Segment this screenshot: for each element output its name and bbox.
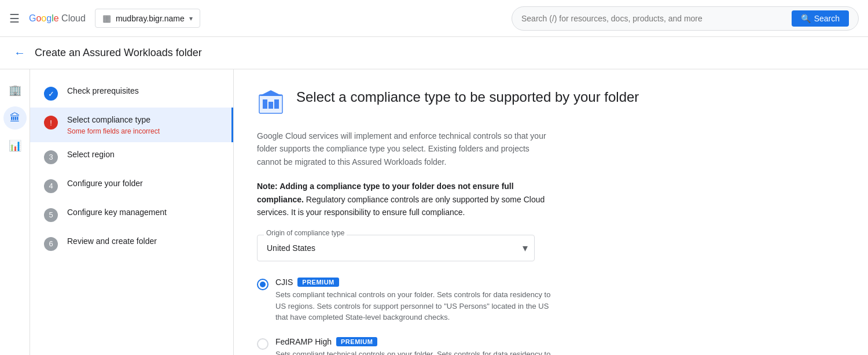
nav-step-select-compliance[interactable]: ! Select compliance type Some form field… (30, 108, 233, 142)
step-label-3: Select region (67, 149, 219, 161)
sidebar-nav: ✓ Check prerequisites ! Select complianc… (30, 69, 234, 355)
step-indicator-4: 4 (44, 179, 58, 193)
radio-btn-fedramp-high[interactable] (257, 338, 269, 350)
menu-icon[interactable]: ☰ (9, 12, 20, 25)
nav-step-configure-key-management[interactable]: 5 Configure key management (30, 200, 233, 229)
compliance-origin-dropdown-wrapper: Origin of compliance type United States … (257, 235, 535, 261)
top-nav: ☰ Google Cloud ▦ mudbray.bigr.name ▾ 🔍 S… (0, 0, 868, 37)
radio-option-fedramp-high[interactable]: FedRAMP High PREMIUM Sets compliant tech… (257, 337, 845, 355)
radio-option-cjis[interactable]: CJIS PREMIUM Sets compliant technical co… (257, 278, 845, 323)
search-icon: 🔍 (801, 14, 811, 23)
radio-title-cjis: CJIS (275, 278, 293, 287)
content-header: Select a compliance type to be supported… (257, 88, 845, 116)
step-content-1: Check prerequisites (67, 86, 219, 97)
svg-marker-1 (259, 90, 282, 96)
google-cloud-logo[interactable]: Google Cloud (29, 13, 86, 24)
radio-content-fedramp-high: FedRAMP High PREMIUM Sets compliant tech… (275, 337, 845, 355)
project-dropdown-arrow: ▾ (189, 14, 193, 23)
search-input[interactable] (521, 14, 787, 23)
back-arrow-icon: ← (14, 46, 25, 60)
nav-icon-building[interactable]: 🏢 (3, 79, 27, 102)
step-indicator-3: 3 (44, 150, 58, 164)
badge-fedramp-high-premium: PREMIUM (336, 337, 377, 346)
search-bar: 🔍 Search (512, 6, 859, 31)
project-name: mudbray.bigr.name (116, 14, 185, 23)
search-button[interactable]: 🔍 Search (792, 10, 849, 27)
radio-title-fedramp-high: FedRAMP High (275, 337, 332, 346)
radio-desc-fedramp-high: Sets compliant technical controls on you… (275, 349, 553, 355)
radio-btn-cjis[interactable] (257, 279, 269, 290)
search-label: Search (814, 14, 840, 23)
radio-title-row-fedramp-high: FedRAMP High PREMIUM (275, 337, 845, 346)
step-indicator-6: 6 (44, 237, 58, 251)
radio-desc-cjis: Sets compliant technical controls on you… (275, 289, 553, 323)
step-content-4: Configure your folder (67, 178, 219, 190)
svg-rect-4 (274, 99, 279, 109)
step-label-5: Configure key management (67, 207, 219, 219)
logo-text: Google Cloud (29, 13, 86, 24)
sub-header: ← Create an Assured Workloads folder (0, 37, 868, 69)
project-selector[interactable]: ▦ mudbray.bigr.name ▾ (95, 9, 200, 28)
radio-title-row-cjis: CJIS PREMIUM (275, 278, 845, 287)
nav-step-configure-folder[interactable]: 4 Configure your folder (30, 171, 233, 200)
step-content-5: Configure key management (67, 207, 219, 219)
note-box: Note: Adding a compliance type to your f… (257, 180, 546, 219)
step-indicator-2: ! (44, 116, 58, 130)
nav-icon-assured[interactable]: 🏛 (3, 106, 27, 130)
description-text: Google Cloud services will implement and… (257, 130, 546, 168)
compliance-origin-select[interactable]: United States Europe Global (257, 235, 535, 261)
step-content-2: Select compliance type Some form fields … (67, 114, 218, 135)
nav-icon-chart[interactable]: 📊 (3, 134, 27, 157)
left-icon-nav: 🏢 🏛 📊 (0, 69, 30, 355)
nav-step-review-create[interactable]: 6 Review and create folder (30, 229, 233, 258)
nav-step-check-prerequisites[interactable]: ✓ Check prerequisites (30, 79, 233, 108)
content-title: Select a compliance type to be supported… (296, 88, 639, 106)
step-content-3: Select region (67, 149, 219, 161)
back-button[interactable]: ← (14, 46, 25, 60)
page-title: Create an Assured Workloads folder (35, 47, 202, 59)
compliance-radio-options: CJIS PREMIUM Sets compliant technical co… (257, 278, 845, 355)
step-error-2: Some form fields are incorrect (67, 127, 218, 135)
step-indicator-5: 5 (44, 208, 58, 222)
compliance-icon (257, 88, 285, 116)
step-label-2: Select compliance type (67, 114, 218, 126)
radio-content-cjis: CJIS PREMIUM Sets compliant technical co… (275, 278, 845, 323)
nav-step-select-region[interactable]: 3 Select region (30, 142, 233, 171)
main-content: Select a compliance type to be supported… (234, 69, 868, 355)
dropdown-label: Origin of compliance type (264, 229, 347, 237)
step-indicator-1: ✓ (44, 87, 58, 101)
svg-rect-2 (263, 99, 267, 109)
project-icon: ▦ (102, 13, 111, 24)
step-label-6: Review and create folder (67, 236, 219, 247)
main-layout: 🏢 🏛 📊 ✓ Check prerequisites ! Select com… (0, 69, 868, 355)
step-content-6: Review and create folder (67, 236, 219, 247)
step-label-1: Check prerequisites (67, 86, 219, 97)
svg-rect-3 (269, 102, 273, 109)
step-label-4: Configure your folder (67, 178, 219, 190)
badge-cjis-premium: PREMIUM (297, 278, 339, 287)
